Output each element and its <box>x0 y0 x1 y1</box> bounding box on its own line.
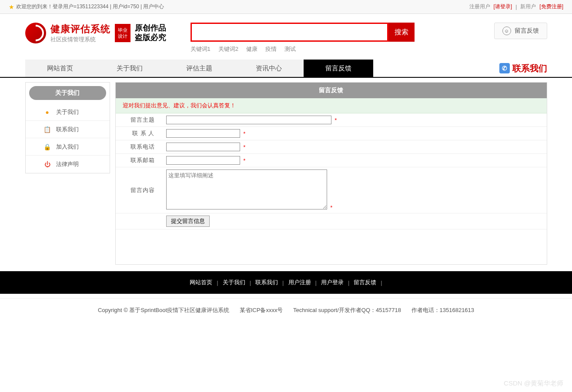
content: 关于我们 ● 关于我们 📋 联系我们 🔒 加入我们 ⏻ 法律声明 留言反馈 迎对… <box>25 82 547 265</box>
required-mark: * <box>243 144 245 150</box>
support-text: Technical support/开发作者QQ：45157718 <box>293 307 401 313</box>
sidebar-item-label: 关于我们 <box>56 108 79 116</box>
keyword-link[interactable]: 关键词2 <box>218 45 238 53</box>
star-icon: ★ <box>9 3 14 10</box>
footer-link[interactable]: 留言反馈 <box>354 279 376 286</box>
welcome-text[interactable]: 欢迎您的到来！登录用户=13511223344 | 用户id=750 | 用户中… <box>16 3 164 10</box>
topbar-divider: | <box>515 4 517 10</box>
main-nav: 网站首页 关于我们 评估主题 资讯中心 留言反馈 ✆ 联系我们 <box>25 60 547 77</box>
sidebar-item-label: 联系我们 <box>56 126 79 133</box>
free-register-link[interactable]: [免费注册] <box>539 3 563 10</box>
label-content: 留言内容 <box>116 167 164 213</box>
copyright: Copyright © 基于SprintBoot疫情下社区健康评估系统 某省IC… <box>0 298 572 322</box>
label-email: 联系邮箱 <box>116 154 164 167</box>
search-block: 搜索 关键词1 关键词2 健康 疫情 测试 <box>191 23 485 53</box>
footer-nav: 网站首页| 关于我们| 联系我们| 用户注册| 用户登录| 留言反馈| <box>0 271 572 294</box>
contact-input[interactable] <box>166 129 240 138</box>
content-textarea[interactable] <box>166 169 327 209</box>
keyword-list: 关键词1 关键词2 健康 疫情 测试 <box>191 45 485 53</box>
notice-bar: 迎对我们提出意见、建议，我们会认真答复！ <box>116 98 547 113</box>
keyword-link[interactable]: 测试 <box>284 45 296 53</box>
sidebar: 关于我们 ● 关于我们 📋 联系我们 🔒 加入我们 ⏻ 法律声明 <box>25 82 110 173</box>
label-subject: 留言主题 <box>116 113 164 127</box>
feedback-button-label: 留言反馈 <box>515 27 539 35</box>
label-contact: 联 系 人 <box>116 127 164 140</box>
logo-block[interactable]: 健康评估系统 社区疫情管理系统 毕业 设计 原创作品 盗版必究 <box>25 23 182 43</box>
keyword-link[interactable]: 疫情 <box>265 45 277 53</box>
keyword-link[interactable]: 健康 <box>246 45 258 53</box>
topbar-right: 注册用户 [请登录] | 新用户 [免费注册] <box>469 3 563 10</box>
feedback-button[interactable]: ☺ 留言反馈 <box>494 23 547 39</box>
support-icon: ☺ <box>502 27 511 35</box>
sidebar-item-label: 加入我们 <box>56 143 79 151</box>
contact-us-label: 联系我们 <box>512 63 547 74</box>
search-input[interactable] <box>191 23 388 42</box>
power-icon: ⏻ <box>44 161 51 168</box>
nav-feedback[interactable]: 留言反馈 <box>304 60 373 77</box>
footer-link[interactable]: 用户注册 <box>288 279 311 286</box>
nav-wrap: 网站首页 关于我们 评估主题 资讯中心 留言反馈 ✆ 联系我们 <box>0 60 572 78</box>
feedback-form: 留言主题 * 联 系 人 * 联系电话 * <box>116 113 547 229</box>
site-title: 健康评估系统 <box>50 23 110 36</box>
keyword-link[interactable]: 关键词1 <box>191 45 211 53</box>
site-subtitle: 社区疫情管理系统 <box>50 36 110 43</box>
topbar-left: ★ 欢迎您的到来！登录用户=13511223344 | 用户id=750 | 用… <box>9 3 164 10</box>
sidebar-item-contact[interactable]: 📋 联系我们 <box>26 121 110 138</box>
phone-icon: ✆ <box>499 63 510 73</box>
sidebar-title: 关于我们 <box>29 86 106 100</box>
footer-link[interactable]: 用户登录 <box>321 279 344 286</box>
contact-us[interactable]: ✆ 联系我们 <box>499 63 547 74</box>
sidebar-item-join[interactable]: 🔒 加入我们 <box>26 138 110 156</box>
required-mark: * <box>330 204 332 211</box>
icp-text: 某省ICP备xxxx号 <box>240 307 283 313</box>
copyright-text: Copyright © 基于SprintBoot疫情下社区健康评估系统 <box>98 307 229 313</box>
nav-home[interactable]: 网站首页 <box>25 60 95 77</box>
panel-title: 留言反馈 <box>116 83 547 98</box>
submit-button[interactable]: 提交留言信息 <box>166 216 210 227</box>
sidebar-item-about[interactable]: ● 关于我们 <box>26 103 110 121</box>
footer-link[interactable]: 联系我们 <box>255 279 278 286</box>
nav-menu: 网站首页 关于我们 评估主题 资讯中心 留言反馈 <box>25 60 373 77</box>
top-bar: ★ 欢迎您的到来！登录用户=13511223344 | 用户id=750 | 用… <box>0 0 572 14</box>
lock-icon: 🔒 <box>44 143 51 150</box>
footer-link[interactable]: 关于我们 <box>223 279 245 286</box>
footer-link[interactable]: 网站首页 <box>190 279 212 286</box>
header: 健康评估系统 社区疫情管理系统 毕业 设计 原创作品 盗版必究 搜索 关键词1 … <box>25 14 547 60</box>
logo-text: 健康评估系统 社区疫情管理系统 <box>50 23 110 43</box>
nav-about[interactable]: 关于我们 <box>95 60 164 77</box>
new-user-label: 新用户 <box>520 3 536 10</box>
sidebar-item-label: 法律声明 <box>56 160 79 168</box>
main-panel: 留言反馈 迎对我们提出意见、建议，我们会认真答复！ 留言主题 * 联 系 人 *… <box>115 82 547 265</box>
clipboard-icon: 📋 <box>44 126 51 133</box>
slogan: 原创作品 盗版必究 <box>135 23 166 42</box>
required-mark: * <box>243 157 245 164</box>
required-mark: * <box>335 117 337 123</box>
label-phone: 联系电话 <box>116 140 164 154</box>
info-icon: ● <box>44 109 51 116</box>
email-input[interactable] <box>166 156 240 165</box>
required-mark: * <box>243 130 245 137</box>
nav-topics[interactable]: 评估主题 <box>164 60 234 77</box>
grad-badge: 毕业 设计 <box>115 24 130 42</box>
nav-news[interactable]: 资讯中心 <box>234 60 304 77</box>
author-phone: 作者电话：13516821613 <box>411 307 475 313</box>
login-link[interactable]: [请登录] <box>494 3 512 10</box>
search-button[interactable]: 搜索 <box>388 23 415 42</box>
reg-user-label: 注册用户 <box>469 3 490 10</box>
subject-input[interactable] <box>166 116 331 124</box>
phone-input[interactable] <box>166 143 240 151</box>
logo-icon <box>25 23 46 43</box>
sidebar-item-legal[interactable]: ⏻ 法律声明 <box>26 156 110 173</box>
